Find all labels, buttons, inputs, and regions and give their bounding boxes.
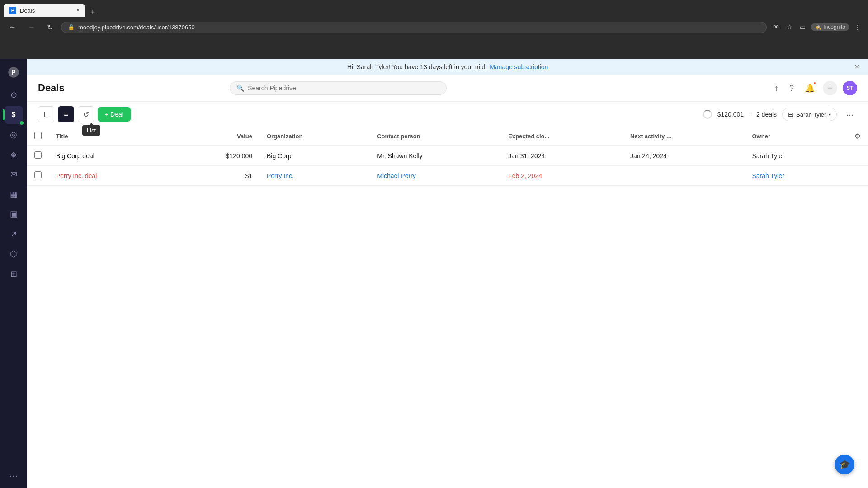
- row1-checkbox-cell: [27, 145, 49, 166]
- no-tracking-icon[interactable]: 👁: [771, 22, 781, 33]
- filter-icon: ⊟: [788, 111, 793, 118]
- filter-btn[interactable]: ⊟ Sarah Tyler ▾: [782, 108, 837, 121]
- graduation-icon: 🎓: [839, 459, 850, 470]
- calendar-icon: ▦: [10, 189, 18, 199]
- row2-close-date-cell: Feb 2, 2024: [501, 166, 623, 186]
- list-icon: ≡: [64, 110, 68, 118]
- page-header: Deals 🔍 ↑ ? 🔔: [27, 75, 868, 102]
- help-icon: ?: [789, 84, 794, 93]
- browser-navbar: ← → ↻ 🔒 moodjoy.pipedrive.com/deals/user…: [0, 17, 868, 37]
- user-avatar[interactable]: ST: [843, 81, 857, 95]
- forecast-view-btn[interactable]: ↺: [78, 106, 94, 122]
- sidebar-item-integrations[interactable]: ⊞: [5, 265, 23, 283]
- help-btn[interactable]: ?: [787, 81, 797, 96]
- row2-title-cell: Perry Inc. deal: [49, 166, 170, 186]
- nav-forward-btn[interactable]: →: [24, 21, 39, 33]
- pipeline-view-btn[interactable]: ⫼: [38, 106, 54, 122]
- incognito-label: Incognito: [823, 24, 845, 30]
- nav-refresh-btn[interactable]: ↻: [43, 21, 57, 33]
- browser-menu-btn[interactable]: ⋮: [853, 22, 863, 33]
- toolbar: ⫼ ≡ List ↺ + Deal $120,001 · 2 deals ⊟ S…: [27, 102, 868, 127]
- row1-org-link[interactable]: Big Corp: [267, 152, 291, 160]
- search-box[interactable]: 🔍: [230, 81, 447, 95]
- forecast-icon: ↺: [83, 110, 89, 119]
- row2-value-cell: $1: [170, 166, 259, 186]
- side-panel-icon[interactable]: ▭: [798, 22, 807, 33]
- sidebar-item-mail[interactable]: ✉: [5, 165, 23, 183]
- row1-close-date-cell: Jan 31, 2024: [501, 145, 623, 166]
- deals-table-container: Title Value Organization Contact person …: [27, 127, 868, 488]
- new-tab-button[interactable]: +: [87, 8, 99, 17]
- row1-contact-link[interactable]: Mr. Shawn Kelly: [377, 152, 422, 160]
- header-search: 🔍: [230, 81, 447, 95]
- sidebar-item-leads[interactable]: ◈: [5, 145, 23, 164]
- pipedrive-logo[interactable]: P: [5, 64, 22, 80]
- add-btn[interactable]: +: [823, 81, 837, 95]
- bookmark-star-icon[interactable]: ☆: [785, 22, 794, 33]
- row1-deal-link[interactable]: Big Corp deal: [56, 152, 94, 160]
- row2-owner-cell: Sarah Tyler: [745, 166, 848, 186]
- tab-close-btn[interactable]: ×: [76, 7, 80, 14]
- sidebar-more-btn[interactable]: ...: [5, 465, 22, 483]
- sidebar-item-analytics[interactable]: ↗: [5, 225, 23, 243]
- row2-checkbox-cell: [27, 166, 49, 186]
- svg-text:P: P: [11, 69, 15, 76]
- sidebar-item-deals[interactable]: $: [5, 106, 23, 124]
- help-float-btn[interactable]: 🎓: [835, 455, 854, 474]
- column-settings-btn[interactable]: ⚙: [854, 132, 861, 141]
- nav-icons: 👁 ☆ ▭ 🕵 Incognito ⋮: [771, 22, 863, 33]
- col-settings-header: ⚙: [847, 127, 868, 145]
- row1-value-cell: $120,000: [170, 145, 259, 166]
- incognito-badge: 🕵 Incognito: [811, 23, 849, 31]
- row2-owner-link[interactable]: Sarah Tyler: [752, 172, 784, 179]
- sidebar-item-home[interactable]: ⊙: [5, 86, 23, 104]
- browser-tab-deals[interactable]: P Deals ×: [4, 4, 85, 17]
- sidebar-item-calendar[interactable]: ▦: [5, 185, 23, 203]
- tab-title: Deals: [20, 7, 35, 14]
- row2-contact-link[interactable]: Michael Perry: [377, 172, 416, 179]
- sidebar-item-contacts[interactable]: ▣: [5, 205, 23, 223]
- stats-deals: 2 deals: [756, 111, 777, 118]
- analytics-icon: ↗: [10, 229, 17, 239]
- row1-contact-cell: Mr. Shawn Kelly: [370, 145, 501, 166]
- plus-icon: +: [828, 84, 833, 93]
- row2-org-link[interactable]: Perry Inc.: [267, 172, 294, 179]
- select-all-header: [27, 127, 49, 145]
- list-view-btn[interactable]: ≡: [58, 106, 74, 122]
- table-row: Perry Inc. deal $1 Perry Inc. Michael Pe…: [27, 166, 868, 186]
- col-expected-close: Expected clo...: [501, 127, 623, 145]
- pipeline-icon: ⫼: [42, 110, 50, 118]
- row2-next-activity-cell: [623, 166, 745, 186]
- nav-back-btn[interactable]: ←: [5, 21, 20, 33]
- toolbar-right: $120,001 · 2 deals ⊟ Sarah Tyler ▾ ···: [703, 108, 857, 122]
- loading-spinner: [703, 110, 712, 119]
- select-all-checkbox[interactable]: [34, 132, 42, 139]
- deals-icon: $: [12, 111, 16, 119]
- row1-org-cell: Big Corp: [259, 145, 370, 166]
- table-header-row: Title Value Organization Contact person …: [27, 127, 868, 145]
- add-deal-btn[interactable]: + Deal: [98, 107, 131, 122]
- notification-dot: [813, 81, 816, 85]
- overdue-date: Feb 2, 2024: [508, 172, 542, 179]
- sidebar-item-activities[interactable]: ◎: [5, 126, 23, 144]
- row2-actions-cell: [847, 166, 868, 186]
- sidebar-item-products[interactable]: ⬡: [5, 245, 23, 263]
- address-bar[interactable]: 🔒 moodjoy.pipedrive.com/deals/user/13870…: [61, 22, 767, 33]
- stats-amount: $120,001: [717, 111, 744, 118]
- col-owner: Owner: [745, 127, 848, 145]
- row2-deal-link[interactable]: Perry Inc. deal: [56, 172, 97, 179]
- notifications-btn[interactable]: ↑: [772, 81, 781, 96]
- manage-subscription-link[interactable]: Manage subscription: [490, 63, 548, 70]
- row1-checkbox[interactable]: [34, 151, 42, 159]
- search-input[interactable]: [248, 84, 440, 92]
- col-organization: Organization: [259, 127, 370, 145]
- tab-favicon: P: [9, 7, 16, 14]
- col-title: Title: [49, 127, 170, 145]
- more-options-btn[interactable]: ···: [842, 108, 857, 122]
- banner-close-btn[interactable]: ×: [855, 63, 859, 71]
- active-indicator: [20, 121, 24, 125]
- row2-contact-cell: Michael Perry: [370, 166, 501, 186]
- bell-icon: 🔔: [805, 84, 815, 93]
- sidebar-bottom: ...: [5, 465, 22, 483]
- row2-checkbox[interactable]: [34, 171, 42, 178]
